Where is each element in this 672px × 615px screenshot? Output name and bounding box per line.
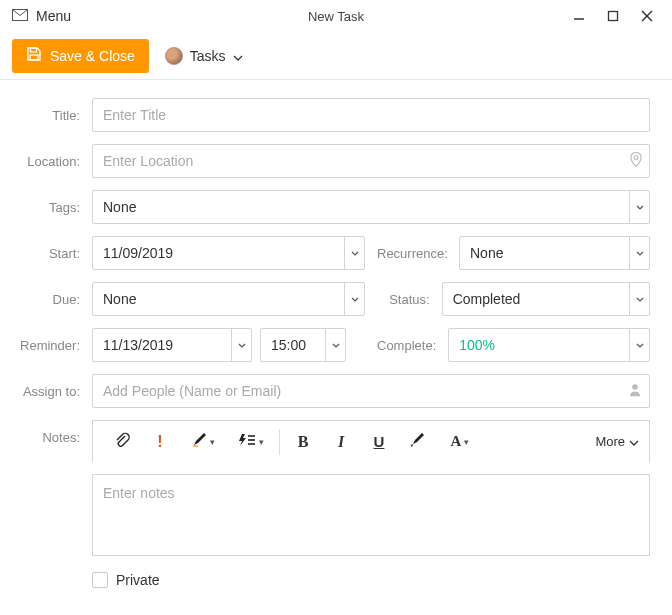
save-icon	[26, 46, 42, 65]
font-icon: A	[451, 433, 462, 450]
maximize-icon	[607, 10, 619, 22]
chevron-down-icon	[629, 434, 639, 449]
notes-placeholder: Enter notes	[103, 485, 175, 501]
row-title: Title:	[0, 98, 650, 132]
chevron-down-icon	[629, 329, 649, 361]
row-assign: Assign to:	[0, 374, 650, 408]
chevron-down-icon	[325, 329, 345, 361]
chevron-down-icon	[233, 48, 243, 64]
underline-icon: U	[374, 433, 385, 450]
bolt-lines-icon	[238, 433, 256, 450]
menu-label[interactable]: Menu	[36, 8, 71, 24]
italic-button[interactable]: I	[322, 427, 360, 457]
chevron-down-icon	[344, 283, 364, 315]
notes-textarea[interactable]: Enter notes	[92, 474, 650, 556]
priority-button[interactable]: !	[141, 427, 179, 457]
svg-point-8	[632, 384, 638, 390]
actions-button[interactable]: ▾	[227, 427, 275, 457]
highlight-button[interactable]: ▾	[179, 427, 227, 457]
divider	[279, 429, 280, 455]
paint-icon	[409, 432, 425, 451]
label-notes: Notes:	[0, 420, 92, 445]
svg-rect-6	[30, 55, 38, 60]
underline-button[interactable]: U	[360, 427, 398, 457]
paperclip-icon	[114, 432, 130, 451]
label-recurrence: Recurrence:	[377, 246, 459, 261]
close-button[interactable]	[630, 2, 664, 30]
font-button[interactable]: A ▾	[436, 427, 484, 457]
chevron-down-icon	[629, 237, 649, 269]
text-color-button[interactable]	[398, 427, 436, 457]
due-select[interactable]: None	[92, 282, 365, 316]
tags-value: None	[103, 199, 629, 215]
save-close-button[interactable]: Save & Close	[12, 39, 149, 73]
maximize-button[interactable]	[596, 2, 630, 30]
reminder-date-select[interactable]: 11/13/2019	[92, 328, 252, 362]
more-label: More	[595, 434, 625, 449]
chevron-down-icon	[629, 191, 649, 223]
row-reminder: Reminder: 11/13/2019 15:00 Complete:	[0, 328, 650, 362]
label-status: Status:	[377, 292, 442, 307]
minimize-button[interactable]	[562, 2, 596, 30]
reminder-time-value: 15:00	[271, 337, 325, 353]
status-value: Completed	[453, 291, 629, 307]
start-value: 11/09/2019	[103, 245, 344, 261]
window-title: New Task	[308, 9, 364, 24]
label-start: Start:	[0, 246, 92, 261]
svg-point-7	[634, 156, 638, 160]
tags-select[interactable]: None	[92, 190, 650, 224]
recurrence-value: None	[470, 245, 629, 261]
main-toolbar: Save & Close Tasks	[0, 32, 672, 80]
complete-value: 100%	[459, 337, 629, 353]
save-close-label: Save & Close	[50, 48, 135, 64]
task-form: Title: Location: Tags: None Start:	[0, 80, 672, 588]
recurrence-select[interactable]: None	[459, 236, 650, 270]
svg-rect-5	[31, 48, 37, 52]
bold-icon: B	[298, 433, 309, 451]
row-start: Start: 11/09/2019 Recurrence: None	[0, 236, 650, 270]
person-icon[interactable]	[628, 383, 642, 400]
mail-icon	[12, 8, 28, 24]
reminder-date-value: 11/13/2019	[103, 337, 231, 353]
brush-icon	[191, 432, 207, 451]
window-controls	[562, 2, 664, 30]
tasks-label: Tasks	[190, 48, 226, 64]
label-tags: Tags:	[0, 200, 92, 215]
private-checkbox[interactable]	[92, 572, 108, 588]
chevron-down-icon: ▾	[259, 437, 264, 447]
close-icon	[641, 10, 653, 22]
row-notes: Notes: ! ▾	[0, 420, 650, 556]
minimize-icon	[573, 10, 585, 22]
title-input[interactable]	[92, 98, 650, 132]
more-button[interactable]: More	[595, 434, 639, 449]
svg-rect-2	[609, 12, 618, 21]
location-input[interactable]	[92, 144, 650, 178]
start-date-select[interactable]: 11/09/2019	[92, 236, 365, 270]
reminder-time-select[interactable]: 15:00	[260, 328, 346, 362]
location-pin-icon[interactable]	[630, 152, 642, 171]
tasks-dropdown[interactable]: Tasks	[165, 47, 243, 65]
svg-rect-9	[193, 445, 198, 447]
row-due: Due: None Status: Completed	[0, 282, 650, 316]
row-tags: Tags: None	[0, 190, 650, 224]
row-location: Location:	[0, 144, 650, 178]
editor-toolbar: ! ▾ ▾	[92, 420, 650, 462]
chevron-down-icon	[629, 283, 649, 315]
row-private: Private	[0, 572, 650, 588]
status-select[interactable]: Completed	[442, 282, 650, 316]
label-location: Location:	[0, 154, 92, 169]
chevron-down-icon	[344, 237, 364, 269]
complete-select[interactable]: 100%	[448, 328, 650, 362]
assign-input[interactable]	[92, 374, 650, 408]
label-assign: Assign to:	[0, 384, 92, 399]
bold-button[interactable]: B	[284, 427, 322, 457]
attachment-button[interactable]	[103, 427, 141, 457]
italic-icon: I	[338, 433, 344, 451]
titlebar-left: Menu	[12, 8, 71, 24]
chevron-down-icon: ▾	[210, 437, 215, 447]
due-value: None	[103, 291, 344, 307]
label-reminder: Reminder:	[0, 338, 92, 353]
exclamation-icon: !	[157, 433, 162, 451]
label-complete: Complete:	[377, 338, 448, 353]
titlebar: Menu New Task	[0, 0, 672, 32]
